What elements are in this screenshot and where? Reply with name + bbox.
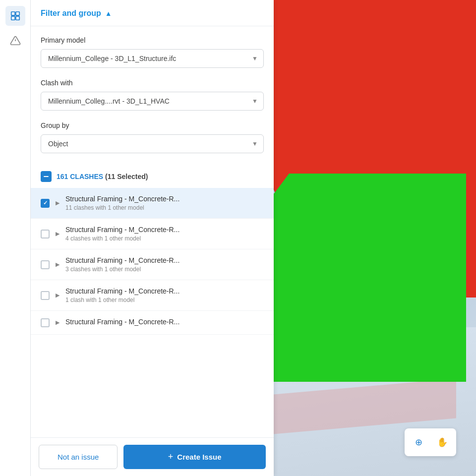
- clash-list-item[interactable]: ▶Structural Framing - M_Concrete-R...11 …: [31, 188, 274, 219]
- clash-item-checkbox[interactable]: [41, 318, 50, 327]
- clash-item-name: Structural Framing - M_Concrete-R...: [65, 256, 264, 264]
- clash-item-info: Structural Framing - M_Concrete-R...4 cl…: [65, 226, 264, 242]
- navigate-tool-button[interactable]: ⊕: [409, 432, 428, 452]
- sidebar-layers-icon[interactable]: [5, 6, 25, 26]
- chevron-up-icon: ▲: [105, 9, 112, 17]
- clash-item-name: Structural Framing - M_Concrete-R...: [65, 287, 264, 295]
- primary-model-select-wrapper: Millennium_College - 3D_L1_Structure.ifc…: [41, 49, 264, 68]
- collapse-clashes-button[interactable]: [41, 171, 52, 182]
- hand-tool-button[interactable]: ✋: [432, 432, 452, 452]
- clash-item-checkbox[interactable]: [41, 230, 50, 238]
- clash-item-sub: 1 clash with 1 other model: [65, 297, 264, 303]
- clash-item-expand-icon[interactable]: ▶: [56, 261, 60, 268]
- clash-item-name: Structural Framing - M_Concrete-R...: [65, 318, 264, 326]
- clash-item-expand-icon[interactable]: ▶: [56, 292, 60, 298]
- clash-list-item[interactable]: ▶Structural Framing - M_Concrete-R...: [31, 311, 274, 335]
- main-panel: Filter and group ▲ Primary model Millenn…: [31, 0, 274, 476]
- clash-item-info: Structural Framing - M_Concrete-R...11 c…: [65, 195, 264, 211]
- group-by-label: Group by: [41, 121, 264, 129]
- clash-item-expand-icon[interactable]: ▶: [56, 319, 60, 326]
- clashes-count-label: 161 CLASHES (11 Selected): [57, 173, 148, 180]
- clash-item-checkbox[interactable]: [41, 291, 50, 300]
- svg-rect-3: [15, 16, 19, 20]
- svg-rect-2: [11, 16, 14, 20]
- clashes-selected-label: (11 Selected): [105, 173, 148, 180]
- clash-item-info: Structural Framing - M_Concrete-R...1 cl…: [65, 287, 264, 303]
- navigate-icon: ⊕: [415, 437, 422, 448]
- hand-icon: ✋: [437, 437, 448, 448]
- primary-model-label: Primary model: [41, 36, 264, 44]
- clash-with-field: Clash with Millennium_Colleg....rvt - 3D…: [41, 79, 264, 111]
- group-by-select-wrapper: Object ▼: [41, 134, 264, 153]
- panel-content: Primary model Millennium_College - 3D_L1…: [31, 26, 274, 437]
- create-issue-button[interactable]: + Create Issue: [123, 445, 266, 469]
- sidebar-warning-icon[interactable]: [5, 31, 25, 51]
- create-issue-label: Create Issue: [177, 453, 221, 461]
- primary-model-field: Primary model Millennium_College - 3D_L1…: [41, 36, 264, 68]
- clash-with-select-wrapper: Millennium_Colleg....rvt - 3D_L1_HVAC ▼: [41, 92, 264, 111]
- clash-list-item[interactable]: ▶Structural Framing - M_Concrete-R...1 c…: [31, 280, 274, 311]
- not-an-issue-button[interactable]: Not an issue: [39, 445, 118, 469]
- clashes-count-number: 161 CLASHES: [57, 173, 103, 180]
- clashes-header: 161 CLASHES (11 Selected): [41, 164, 264, 186]
- clash-item-name: Structural Framing - M_Concrete-R...: [65, 226, 264, 234]
- plus-icon: +: [168, 452, 174, 462]
- viewport-tools: ⊕ ✋: [405, 428, 456, 456]
- clash-item-info: Structural Framing - M_Concrete-R...: [65, 318, 264, 327]
- panel-header[interactable]: Filter and group ▲: [31, 0, 274, 26]
- clash-list-item[interactable]: ▶Structural Framing - M_Concrete-R...3 c…: [31, 249, 274, 280]
- panel-footer: Not an issue + Create Issue: [31, 437, 274, 476]
- group-by-select[interactable]: Object: [41, 134, 264, 153]
- primary-model-select[interactable]: Millennium_College - 3D_L1_Structure.ifc: [41, 49, 264, 68]
- clash-item-expand-icon[interactable]: ▶: [56, 231, 60, 237]
- clash-item-name: Structural Framing - M_Concrete-R...: [65, 195, 264, 203]
- clash-item-checkbox[interactable]: [41, 199, 50, 208]
- clash-item-sub: 11 clashes with 1 other model: [65, 204, 264, 211]
- clash-list: ▶Structural Framing - M_Concrete-R...11 …: [41, 188, 264, 335]
- clash-item-info: Structural Framing - M_Concrete-R...3 cl…: [65, 256, 264, 273]
- clash-item-expand-icon[interactable]: ▶: [56, 200, 60, 206]
- clash-item-sub: 3 clashes with 1 other model: [65, 266, 264, 273]
- group-by-field: Group by Object ▼: [41, 121, 264, 153]
- panel-title: Filter and group: [41, 9, 101, 18]
- svg-rect-0: [11, 12, 14, 15]
- clash-with-label: Clash with: [41, 79, 264, 87]
- left-sidebar: [0, 0, 31, 476]
- clash-item-checkbox[interactable]: [41, 260, 50, 269]
- clash-list-item[interactable]: ▶Structural Framing - M_Concrete-R...4 c…: [31, 219, 274, 249]
- svg-rect-1: [15, 12, 19, 15]
- clash-with-select[interactable]: Millennium_Colleg....rvt - 3D_L1_HVAC: [41, 92, 264, 111]
- clash-item-sub: 4 clashes with 1 other model: [65, 235, 264, 242]
